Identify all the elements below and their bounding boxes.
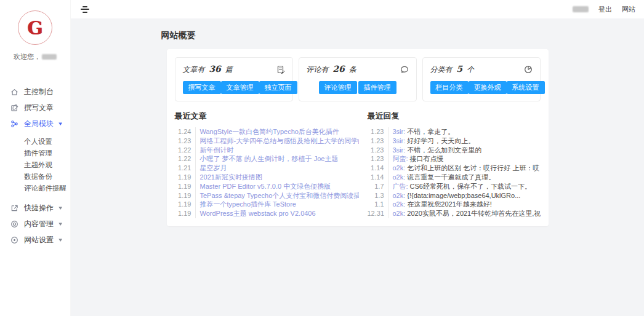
pie-chart-icon — [524, 65, 533, 74]
sidebar-subitem-themes[interactable]: 主题外观 — [0, 159, 70, 171]
article-row: 1.21星空岁月 — [175, 164, 359, 173]
article-link[interactable]: Master PDF Editor v5.7.0.0 中文绿色便携版 — [200, 183, 331, 190]
reply-content: 在这里祝您2021年越来越好! — [407, 200, 492, 208]
reply-row: 1.233sir:不错，怎么加到文章里的 — [368, 146, 541, 155]
reply-author-link[interactable]: o2k: — [393, 173, 406, 181]
reply-row: 1.233sir:好好学习，天天向上。 — [368, 136, 541, 146]
reply-author-link[interactable]: 阿蛮: — [393, 155, 408, 162]
reply-author-link[interactable]: o2k: — [393, 200, 406, 208]
article-body: Master PDF Editor v5.7.0.0 中文绿色便携版 — [195, 182, 331, 191]
reply-content: 谎言重复一千遍就成了真理。 — [407, 173, 495, 181]
sidebar-item-label: 撰写文章 — [24, 103, 54, 113]
stat-card-0: 文章有 36 篇撰写文章文章管理独立页面 — [175, 57, 293, 101]
reply-body: 3sir:不错，拿走了。 — [388, 127, 455, 136]
stat-text: 分类有 5 个 — [430, 64, 474, 75]
settings-icon — [10, 235, 19, 244]
shortcut-icon — [10, 203, 19, 212]
reply-author-link[interactable]: o2k: — [393, 210, 406, 217]
change-theme-button[interactable]: 更换外观 — [469, 81, 507, 94]
article-link[interactable]: 推荐一个typecho插件库 TeStore — [200, 200, 297, 208]
reply-date: 1.1 — [368, 200, 384, 209]
chevron-down-icon: ▾ — [59, 221, 63, 227]
sidebar: G 欢迎您， 主控制台撰写文章全局模块▾个人设置插件管理主题外观数据备份评论邮件… — [0, 0, 71, 316]
reply-author-link[interactable]: 3sir: — [393, 146, 406, 154]
sidebar-submenu: 个人设置插件管理主题外观数据备份评论邮件提醒 — [0, 132, 70, 200]
stat-card-1: 评论有 26 条评论管理插件管理 — [299, 57, 417, 101]
reply-content: 2020实鼠不易，2021牛转乾坤首先在这里,祝大家岁岁常欢愉，... — [407, 210, 540, 217]
home-icon — [10, 87, 19, 96]
sidebar-item-content-manage[interactable]: 内容管理▾ — [0, 216, 70, 232]
article-link[interactable]: 新年倒计时 — [200, 146, 234, 154]
reply-author-link[interactable]: o2k: — [393, 164, 406, 172]
stat-card-top: 文章有 36 篇 — [183, 64, 285, 75]
article-row: 1.22小嘿了 梦不落 的人生倒计时，移植于 Joe主题 — [175, 154, 359, 164]
article-row: 1.19推荐一个typecho插件库 TeStore — [175, 200, 359, 209]
reply-date: 12.31 — [368, 209, 384, 218]
sidebar-item-global-modules[interactable]: 全局模块▾ — [0, 116, 70, 132]
reply-author-link[interactable]: o2k: — [393, 192, 406, 199]
stat-card-top: 评论有 26 条 — [307, 64, 409, 75]
site-link[interactable]: 网站 — [622, 5, 635, 14]
article-date: 1.23 — [175, 136, 191, 146]
chevron-down-icon: ▾ — [59, 237, 63, 243]
manage-comments-button[interactable]: 评论管理 — [319, 81, 357, 94]
reply-author-link[interactable]: 3sir: — [393, 137, 406, 144]
sidebar-subitem-backup[interactable]: 数据备份 — [0, 171, 70, 183]
reply-date: 1.23 — [368, 154, 384, 164]
content-icon — [10, 219, 19, 228]
article-link[interactable]: 星空岁月 — [200, 164, 227, 172]
manage-posts-button[interactable]: 文章管理 — [221, 81, 259, 94]
independent-pages-button[interactable]: 独立页面 — [259, 81, 297, 94]
reply-author-link[interactable]: 广告: — [393, 183, 408, 190]
reply-content: 接口有点慢 — [410, 155, 444, 162]
reply-date: 1.14 — [368, 164, 384, 173]
article-body: 新年倒计时 — [195, 146, 234, 155]
sidebar-item-quick-actions[interactable]: 快捷操作▾ — [0, 200, 70, 216]
stat-cards: 文章有 36 篇撰写文章文章管理独立页面评论有 26 条评论管理插件管理分类有 … — [175, 57, 541, 101]
article-link[interactable]: WangStyle一款白色简约Typecho后台美化插件 — [200, 128, 339, 135]
article-row: 1.192021新冠实时疫情图 — [175, 173, 359, 182]
reply-date: 1.3 — [368, 191, 384, 200]
sidebar-subitem-plugins[interactable]: 插件管理 — [0, 148, 70, 159]
sidebar-menu: 主控制台撰写文章全局模块▾个人设置插件管理主题外观数据备份评论邮件提醒快捷操作▾… — [0, 84, 70, 248]
welcome-prefix: 欢迎您， — [14, 52, 41, 61]
recent-lists: 最近文章 1.24WangStyle一款白色简约Typecho后台美化插件1.2… — [175, 111, 541, 218]
menu-fold-icon[interactable] — [79, 4, 91, 15]
reply-date: 1.7 — [368, 182, 384, 191]
article-link[interactable]: TePass &tepay Typecho个人支付宝和微信付费阅读插件 — [200, 192, 359, 199]
manage-plugins-button[interactable]: 插件管理 — [358, 81, 396, 94]
reply-body: o2k:在这里祝您2021年越来越好! — [388, 200, 492, 209]
article-row: 1.23网络工程师-大学四年总结与感悟及给刚上大学的同学的一些建议 — [175, 136, 359, 146]
welcome-text: 欢迎您， — [0, 52, 70, 61]
sidebar-item-write-post[interactable]: 撰写文章 — [0, 100, 70, 116]
site-logo: G — [18, 10, 52, 45]
reply-row: 1.7广告:CS6经常死机，保存不了，下载试一下。 — [368, 182, 541, 191]
stat-card-top: 分类有 5 个 — [430, 64, 533, 75]
reply-author-link[interactable]: 3sir: — [393, 128, 406, 135]
card-button-row: 评论管理插件管理 — [307, 81, 409, 94]
sidebar-subitem-comment-mail[interactable]: 评论邮件提醒 — [0, 183, 70, 194]
sidebar-item-site-settings[interactable]: 网站设置▾ — [0, 232, 70, 248]
article-body: WangStyle一款白色简约Typecho后台美化插件 — [195, 127, 339, 136]
categories-button[interactable]: 栏目分类 — [430, 81, 469, 94]
system-settings-button[interactable]: 系统设置 — [507, 81, 545, 94]
reply-date: 1.23 — [368, 146, 384, 155]
reply-body: o2k:{!{data:image/webp;base64,UklGRo... — [388, 191, 521, 200]
article-date: 1.19 — [175, 209, 191, 218]
article-link[interactable]: 网络工程师-大学四年总结与感悟及给刚上大学的同学的一些建议 — [200, 137, 359, 144]
article-date: 1.22 — [175, 146, 191, 155]
article-date: 1.21 — [175, 164, 191, 173]
overview-panel: 文章有 36 篇撰写文章文章管理独立页面评论有 26 条评论管理插件管理分类有 … — [167, 49, 549, 226]
article-link[interactable]: 小嘿了 梦不落 的人生倒计时，移植于 Joe主题 — [200, 155, 339, 162]
article-body: 推荐一个typecho插件库 TeStore — [195, 200, 297, 209]
recent-replies-title: 最近回复 — [368, 111, 541, 122]
article-body: 小嘿了 梦不落 的人生倒计时，移植于 Joe主题 — [195, 154, 339, 164]
article-link[interactable]: 2021新冠实时疫情图 — [200, 173, 262, 181]
write-post-button[interactable]: 撰写文章 — [183, 81, 221, 94]
logout-link[interactable]: 登出 — [598, 5, 612, 14]
article-link[interactable]: WordPress主题 webstack pro V2.0406 — [200, 210, 316, 217]
sidebar-item-dashboard[interactable]: 主控制台 — [0, 84, 70, 100]
sidebar-subitem-profile[interactable]: 个人设置 — [0, 136, 70, 148]
stat-text: 文章有 36 篇 — [183, 64, 233, 75]
topbar-username-redacted — [573, 6, 589, 12]
